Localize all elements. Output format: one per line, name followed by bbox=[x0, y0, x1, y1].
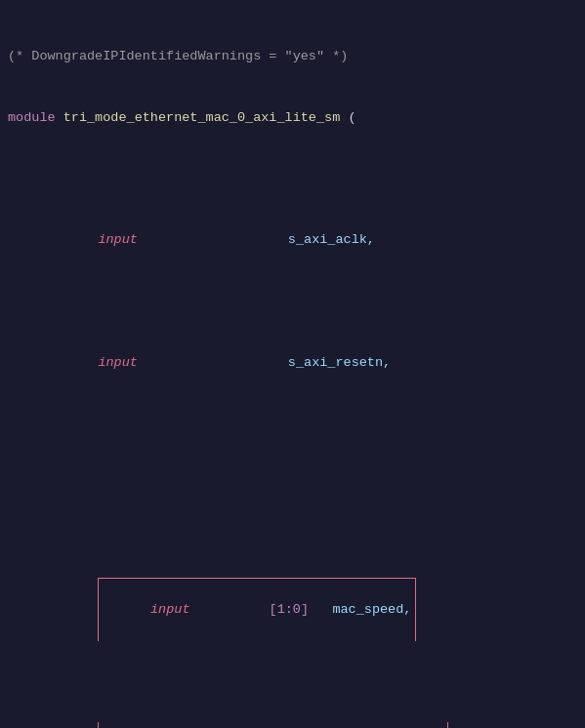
line-resetn: input s_axi_resetn, bbox=[8, 333, 577, 394]
code-editor: (* DowngradeIPIdentifiedWarnings = "yes"… bbox=[0, 0, 585, 728]
line-aclk: input s_axi_aclk, bbox=[8, 210, 577, 271]
blank-1 bbox=[8, 455, 577, 475]
line-update-speed: input update_speed, bbox=[8, 702, 577, 728]
line-mac-speed: input [1:0] mac_speed, bbox=[8, 557, 577, 662]
comment-line: (* DowngradeIPIdentifiedWarnings = "yes"… bbox=[8, 47, 577, 67]
module-declaration: module tri_mode_ethernet_mac_0_axi_lite_… bbox=[8, 108, 577, 129]
